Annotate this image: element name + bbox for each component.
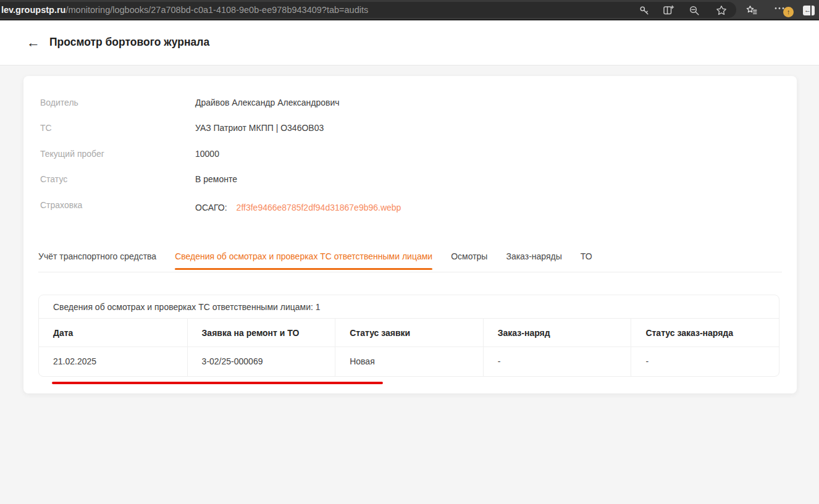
page-content: Водитель Драйвов Александр Александрович…	[0, 66, 819, 504]
tab-maintenance[interactable]: ТО	[581, 251, 592, 270]
url-domain: lev.groupstp.ru	[1, 5, 65, 15]
cell-work-order: -	[483, 347, 631, 376]
column-header-request-status: Статус заявки	[335, 319, 483, 346]
table-header-row: Дата Заявка на ремонт и ТО Статус заявки…	[39, 319, 779, 347]
field-label: Страховка	[40, 200, 82, 210]
field-label: Водитель	[40, 98, 78, 107]
tabs-divider	[38, 272, 782, 272]
cell-repair-request: 3-02/25-000069	[187, 347, 335, 376]
zoom-out-icon[interactable]	[688, 4, 700, 16]
field-value: 10000	[195, 149, 219, 159]
column-header-work-order-status: Статус заказ-наряда	[631, 319, 779, 346]
url-text[interactable]: lev.groupstp.ru/monitoring/logbooks/27a7…	[1, 2, 368, 18]
sidebar-toggle-icon[interactable]: ←	[803, 4, 815, 16]
column-header-repair-request: Заявка на ремонт и ТО	[187, 319, 335, 346]
field-row-mileage: Текущий пробег 10000	[23, 149, 797, 161]
back-button[interactable]: ←	[25, 34, 42, 51]
address-bar[interactable]: lev.groupstp.ru/monitoring/logbooks/27a7…	[0, 2, 736, 18]
field-value: Драйвов Александр Александрович	[195, 98, 340, 107]
insurance-file-link[interactable]: 2ff3fe9466e8785f2df94d31867e9b96.webp	[237, 203, 401, 212]
field-label: Статус	[40, 174, 67, 184]
tab-inspections-info[interactable]: Сведения об осмотрах и проверках ТС отве…	[175, 251, 432, 270]
field-label: Текущий пробег	[40, 149, 104, 159]
page-header: ← Просмотр бортового журнала	[0, 22, 819, 65]
field-value: В ремонте	[195, 174, 237, 184]
cell-date: 21.02.2025	[39, 347, 187, 376]
tab-inspections[interactable]: Осмотры	[451, 251, 487, 270]
column-header-date: Дата	[39, 319, 187, 346]
tabs-bar: Учёт транспортного средства Сведения об …	[38, 251, 592, 270]
page-title: Просмотр бортового журнала	[49, 36, 209, 49]
field-value: УАЗ Патриот МКПП | О346ОВ03	[195, 123, 324, 133]
cell-request-status: Новая	[335, 347, 483, 376]
tab-vehicle-record[interactable]: Учёт транспортного средства	[38, 251, 156, 270]
update-badge: ↑	[783, 7, 794, 17]
insurance-prefix: ОСАГО:	[195, 203, 227, 212]
column-header-work-order: Заказ-наряд	[483, 319, 631, 346]
field-label: ТС	[40, 123, 52, 133]
url-path: /monitoring/logbooks/27a708bd-c0a1-4108-…	[65, 5, 368, 15]
workspaces-icon[interactable]	[663, 4, 674, 16]
favorites-hub-icon[interactable]	[746, 4, 758, 16]
back-arrow-icon: ←	[27, 35, 40, 50]
field-value: ОСАГО:2ff3fe9466e8785f2df94d31867e9b96.w…	[195, 203, 401, 212]
field-row-vehicle: ТС УАЗ Патриот МКПП | О346ОВ03	[23, 123, 797, 135]
favorite-star-icon[interactable]	[715, 4, 727, 16]
tab-work-orders[interactable]: Заказ-наряды	[506, 251, 561, 270]
browser-toolbar: lev.groupstp.ru/monitoring/logbooks/27a7…	[0, 0, 819, 20]
table-row[interactable]: 21.02.2025 3-02/25-000069 Новая - -	[39, 347, 779, 376]
password-key-icon[interactable]	[638, 4, 650, 16]
table-caption: Сведения об осмотрах и проверках ТС отве…	[39, 295, 779, 319]
field-row-driver: Водитель Драйвов Александр Александрович	[23, 98, 797, 110]
field-row-insurance: Страховка ОСАГО:2ff3fe9466e8785f2df94d31…	[23, 200, 797, 212]
annotation-red-line	[52, 382, 383, 384]
details-card: Водитель Драйвов Александр Александрович…	[23, 76, 797, 393]
audits-table: Сведения об осмотрах и проверках ТС отве…	[38, 295, 779, 377]
settings-menu-icon[interactable]: ↑	[772, 3, 797, 19]
field-row-status: Статус В ремонте	[23, 174, 797, 187]
cell-work-order-status: -	[631, 347, 779, 376]
